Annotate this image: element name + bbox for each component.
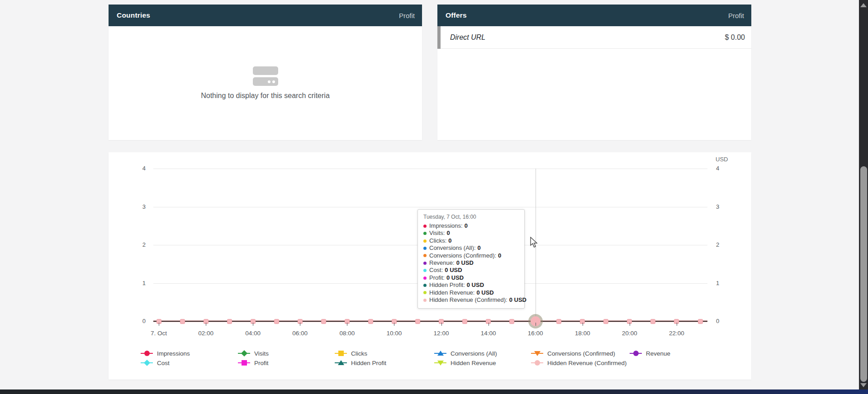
x-axis-tick — [583, 323, 583, 326]
scrollbar-down-arrow-icon[interactable] — [860, 383, 867, 387]
data-point-marker[interactable] — [462, 319, 467, 324]
data-point-marker[interactable] — [650, 319, 655, 324]
x-axis-label: 10:00 — [379, 330, 408, 337]
x-axis-label: 22:00 — [662, 330, 691, 337]
data-point-marker[interactable] — [698, 319, 703, 324]
tooltip-metric-row: Conversions (Confirmed):0 — [423, 252, 519, 259]
y-axis-label-right: 4 — [716, 165, 731, 172]
data-point-marker[interactable] — [274, 319, 279, 324]
triangle-up-marker-icon — [335, 360, 347, 366]
countries-empty-state: Nothing to display for this search crite… — [109, 26, 422, 140]
legend-item-conversions-confirmed[interactable]: Conversions (Confirmed) — [531, 349, 615, 357]
x-axis-tick — [300, 323, 300, 326]
y-axis-label-right: 2 — [716, 241, 731, 248]
tooltip-series-dot-icon — [423, 254, 427, 257]
data-point-marker[interactable] — [368, 319, 373, 324]
triangle-down-marker-icon — [531, 350, 543, 356]
x-axis-label: 18:00 — [568, 330, 597, 337]
data-point-marker[interactable] — [603, 319, 608, 324]
tooltip-metric-row: Profit:0 USD — [423, 274, 519, 281]
legend-label: Cost — [157, 360, 170, 366]
legend-item-visits[interactable]: Visits — [238, 349, 269, 357]
circle-marker-icon — [141, 350, 153, 356]
x-axis-label: 04:00 — [238, 330, 267, 337]
legend-item-impressions[interactable]: Impressions — [141, 349, 190, 357]
x-axis-tick — [253, 323, 253, 326]
legend-label: Hidden Profit — [351, 360, 386, 366]
countries-panel: Countries Profit Nothing to display for … — [109, 5, 422, 140]
browser-scrollbar-thumb[interactable] — [860, 166, 867, 382]
tooltip-series-dot-icon — [423, 239, 427, 243]
offer-profit-value: $ 0.00 — [725, 33, 751, 42]
tooltip-series-dot-icon — [423, 269, 427, 272]
y-axis-label-right: 3 — [716, 203, 731, 210]
tooltip-series-dot-icon — [423, 247, 427, 250]
countries-panel-title: Countries — [117, 11, 150, 19]
bottom-edge-bar — [0, 389, 868, 394]
empty-state-text: Nothing to display for this search crite… — [201, 92, 330, 100]
square-marker-icon — [238, 360, 250, 366]
data-point-marker[interactable] — [556, 319, 561, 324]
legend-item-hidden-revenue-confirmed[interactable]: Hidden Revenue (Confirmed) — [531, 359, 627, 367]
triangle-up-marker-icon — [434, 350, 446, 356]
countries-metric-header[interactable]: Profit — [399, 12, 415, 19]
x-axis-label: 7. Oct — [144, 330, 173, 337]
legend-label: Conversions (Confirmed) — [547, 350, 615, 357]
data-point-marker[interactable] — [415, 319, 420, 324]
x-axis-tick — [206, 323, 206, 326]
data-point-marker[interactable] — [227, 319, 232, 324]
offers-panel-title: Offers — [446, 11, 467, 19]
x-axis-tick — [536, 323, 536, 326]
scrollbar-up-arrow-icon[interactable] — [860, 3, 867, 7]
tooltip-metric-row: Hidden Profit:0 USD — [423, 281, 519, 289]
legend-item-hidden-revenue[interactable]: Hidden Revenue — [434, 359, 496, 367]
circle-marker-icon — [531, 360, 543, 366]
tooltip-series-dot-icon — [423, 262, 427, 265]
data-point-marker[interactable] — [509, 319, 514, 324]
browser-scrollbar-track[interactable] — [859, 0, 868, 389]
legend-item-conversions-all[interactable]: Conversions (All) — [434, 349, 497, 357]
x-axis-label: 12:00 — [427, 330, 456, 337]
tooltip-metric-row: Revenue:0 USD — [423, 259, 519, 267]
legend-label: Impressions — [157, 350, 190, 357]
legend-label: Visits — [254, 350, 269, 357]
y-axis-label-left: 4 — [130, 165, 146, 172]
legend-item-hidden-profit[interactable]: Hidden Profit — [335, 359, 386, 367]
y-axis-label-left: 3 — [130, 203, 146, 210]
tooltip-series-dot-icon — [423, 284, 427, 287]
x-axis-tick — [347, 323, 347, 326]
x-axis-tick — [394, 323, 394, 326]
legend-item-cost[interactable]: Cost — [141, 359, 170, 367]
y-gridline — [153, 169, 707, 169]
offers-row-scrollbar[interactable] — [437, 26, 441, 49]
legend-label: Hidden Revenue — [451, 360, 496, 366]
legend-item-revenue[interactable]: Revenue — [630, 349, 670, 357]
y-axis-label-left: 2 — [130, 241, 146, 248]
square-marker-icon — [335, 350, 347, 356]
tooltip-metric-row: Hidden Revenue:0 USD — [423, 289, 519, 296]
tooltip-metric-row: Cost:0 USD — [423, 267, 519, 274]
y-axis-label-left: 0 — [130, 318, 146, 324]
offer-name[interactable]: Direct URL — [437, 33, 485, 42]
tooltip-metric-row: Visits:0 — [423, 230, 519, 237]
x-axis-label: 14:00 — [474, 330, 503, 337]
legend-item-profit[interactable]: Profit — [238, 359, 269, 367]
legend-label: Clicks — [351, 350, 367, 357]
x-axis-label: 02:00 — [191, 330, 220, 337]
x-axis-tick — [159, 323, 159, 326]
data-point-marker[interactable] — [180, 319, 185, 324]
tooltip-metric-row: Clicks:0 — [423, 237, 519, 244]
data-point-marker[interactable] — [321, 319, 326, 324]
x-axis-line — [153, 321, 707, 322]
tooltip-series-dot-icon — [423, 299, 427, 302]
x-axis-tick — [630, 323, 630, 326]
x-axis-tick — [677, 323, 677, 326]
mouse-cursor-icon — [530, 237, 540, 249]
offers-panel: Offers Profit Direct URL $ 0.00 — [437, 5, 751, 140]
offers-table-row[interactable]: Direct URL $ 0.00 — [437, 26, 751, 49]
legend-item-clicks[interactable]: Clicks — [335, 349, 367, 357]
offers-metric-header[interactable]: Profit — [728, 12, 744, 19]
legend-label: Revenue — [646, 350, 670, 357]
legend-label: Hidden Revenue (Confirmed) — [547, 360, 627, 366]
x-axis-label: 08:00 — [332, 330, 361, 337]
